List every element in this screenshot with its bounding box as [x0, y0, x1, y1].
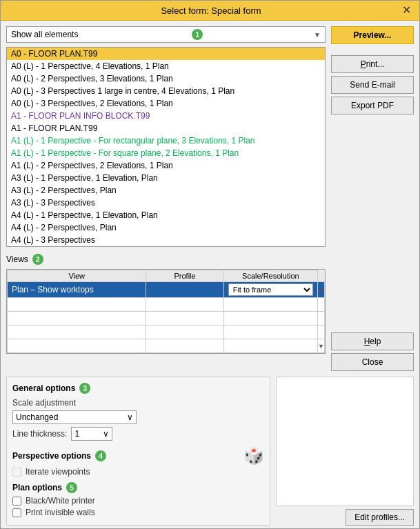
scale-dropdown[interactable]: Unchanged ∨ — [12, 410, 137, 424]
scroll-cell — [318, 312, 325, 326]
views-table-row[interactable] — [8, 298, 325, 312]
perspective-label-row: Perspective options 4 — [12, 450, 106, 461]
perspective-options-header: Perspective options 4 🎲 — [12, 446, 264, 466]
form-list-item[interactable]: A1 - FLOOR PLAN.T99 — [7, 122, 325, 134]
form-list-item[interactable]: A1 - FLOOR PLAN INFO BLOCK.T99 — [7, 110, 325, 122]
help-button[interactable]: Help — [331, 332, 414, 350]
bw-printer-label: Black/White printer — [26, 496, 95, 506]
edit-profiles-button[interactable]: Edit profiles... — [346, 509, 414, 526]
scale-cell — [223, 339, 317, 353]
scale-dropdown-row: Unchanged ∨ — [12, 410, 264, 424]
close-window-button[interactable]: ✕ — [401, 5, 412, 16]
scroll-down-arrow[interactable]: ▼ — [318, 343, 324, 350]
right-panel: Preview... Print... Send E-mail Export P… — [331, 26, 414, 371]
form-list-item[interactable]: A1 (L) - 1 Perspective - For square plan… — [7, 147, 325, 159]
window-body: Show all elements 1 ▼ A0 - FLOOR PLAN.T9… — [1, 21, 419, 377]
options-left-panel: General options 3 Scale adjustment Uncha… — [6, 377, 270, 526]
invisible-walls-row: Print invisible walls — [12, 508, 264, 517]
form-list-item[interactable]: A1 (L) - 2 Perspectives, 2 Elevations, 1… — [7, 159, 325, 172]
general-options-header: General options 3 — [12, 383, 264, 394]
preview-panel — [276, 377, 414, 506]
views-table-row[interactable] — [8, 326, 325, 339]
col-scale: Scale/Resolution — [223, 270, 317, 282]
scroll-cell: ▲ — [318, 282, 325, 298]
close-button[interactable]: Close — [331, 353, 414, 371]
form-list-item[interactable]: A0 (L) - 1 Perspective, 4 Elevations, 1 … — [7, 60, 325, 72]
form-list[interactable]: A0 - FLOOR PLAN.T99A0 (L) - 1 Perspectiv… — [6, 47, 326, 247]
left-panel: Show all elements 1 ▼ A0 - FLOOR PLAN.T9… — [6, 26, 326, 371]
form-list-item[interactable]: A0 - FLOOR PLAN.T99 — [7, 48, 325, 60]
form-list-item[interactable]: A4 (L) - 3 Perspectives — [7, 234, 325, 246]
views-section-label: Views 2 — [6, 254, 326, 265]
scale-cell: Fit to frame — [223, 282, 317, 298]
form-list-item[interactable]: A3 (L) - 3 Perspectives — [7, 197, 325, 209]
scale-row: Scale adjustment — [12, 398, 264, 408]
3d-icon: 🎲 — [243, 446, 264, 466]
scroll-up-arrow[interactable]: ▲ — [318, 286, 324, 293]
form-list-item[interactable]: A1 (L) - 1 Perspective - For rectangular… — [7, 134, 325, 147]
send-email-button[interactable]: Send E-mail — [331, 76, 414, 94]
iterate-row: Iterate viewpoints — [12, 467, 264, 477]
profile-cell — [146, 326, 223, 339]
export-pdf-button[interactable]: Export PDF — [331, 97, 414, 114]
views-badge: 2 — [32, 254, 43, 265]
view-cell — [8, 312, 146, 326]
views-table-row[interactable]: ▼ — [8, 339, 325, 353]
col-profile: Profile — [146, 270, 223, 282]
views-table-row[interactable] — [8, 312, 325, 326]
line-thickness-arrow: ∨ — [103, 429, 109, 439]
line-thickness-value: 1 — [74, 429, 100, 439]
edit-profiles-row: Edit profiles... — [276, 509, 414, 526]
views-label: Views — [6, 254, 28, 264]
view-cell: Plan – Show worktops — [8, 282, 146, 298]
scroll-cell — [318, 298, 325, 312]
filter-arrow: ▼ — [314, 31, 321, 39]
perspective-options-label: Perspective options — [12, 451, 91, 461]
main-window: Select form: Special form ✕ Show all ele… — [0, 0, 420, 529]
form-list-item[interactable]: A0 (L) - 2 Perspectives, 3 Elevations, 1… — [7, 72, 325, 85]
print-underline: P — [361, 59, 366, 69]
plan-badge: 5 — [66, 482, 77, 493]
views-table-row[interactable]: Plan – Show worktopsFit to frame▲ — [8, 282, 325, 298]
bw-printer-checkbox[interactable] — [12, 497, 21, 506]
invisible-walls-checkbox[interactable] — [12, 508, 21, 517]
filter-dropdown[interactable]: Show all elements 1 ▼ — [6, 26, 326, 43]
form-list-item[interactable]: A4 (L) - 1 Perspective, 1 Elevation, Pla… — [7, 209, 325, 221]
form-list-item[interactable]: A0 (L) - 3 Perspectives 1 large in centr… — [7, 85, 325, 97]
views-table: View Profile Scale/Resolution Plan – Sho… — [6, 269, 326, 354]
iterate-label: Iterate viewpoints — [26, 467, 90, 477]
view-cell — [8, 339, 146, 353]
iterate-checkbox[interactable] — [12, 468, 21, 477]
form-list-item[interactable]: A3 (L) - 1 Perspective, 1 Elevation, Pla… — [7, 172, 325, 184]
line-thickness-row: Line thickness: 1 ∨ — [12, 427, 264, 441]
help-label-rest: elp — [370, 337, 381, 346]
form-list-item[interactable]: A4 (L) - 2 Perspectives, Plan — [7, 221, 325, 234]
print-label: rint... — [366, 59, 385, 69]
plan-options-section: Plan options 5 Black/White printer Print… — [12, 482, 264, 517]
perspective-options-section: Perspective options 4 🎲 Iterate viewpoin… — [12, 446, 264, 477]
invisible-walls-label: Print invisible walls — [26, 508, 95, 517]
form-list-item[interactable]: A4 (P) - 1 Perspective, 0 Elevation(en),… — [7, 246, 325, 247]
scale-arrow: ∨ — [127, 412, 133, 422]
scale-resolution-dropdown[interactable]: Fit to frame — [228, 283, 313, 296]
line-thickness-dropdown[interactable]: 1 ∨ — [71, 427, 112, 441]
bw-printer-row: Black/White printer — [12, 496, 264, 506]
view-cell — [8, 298, 146, 312]
scroll-cell: ▼ — [318, 339, 325, 353]
perspective-badge: 4 — [95, 450, 106, 461]
filter-badge: 1 — [192, 29, 203, 40]
right-preview-area: Edit profiles... — [276, 377, 414, 526]
form-list-item[interactable]: A0 (L) - 3 Perspectives, 2 Elevations, 1… — [7, 97, 325, 110]
col-view: View — [8, 270, 146, 282]
col-scroll — [318, 270, 325, 282]
plan-options-header: Plan options 5 — [12, 482, 264, 493]
scale-cell — [223, 326, 317, 339]
options-wrapper: General options 3 Scale adjustment Uncha… — [1, 377, 419, 528]
form-list-item[interactable]: A3 (L) - 2 Perspectives, Plan — [7, 184, 325, 197]
plan-options-label: Plan options — [12, 483, 62, 492]
preview-button[interactable]: Preview... — [331, 26, 414, 44]
view-cell — [8, 326, 146, 339]
line-thickness-label: Line thickness: — [12, 429, 67, 439]
print-button[interactable]: Print... — [331, 55, 414, 73]
title-bar: Select form: Special form ✕ — [1, 1, 419, 21]
